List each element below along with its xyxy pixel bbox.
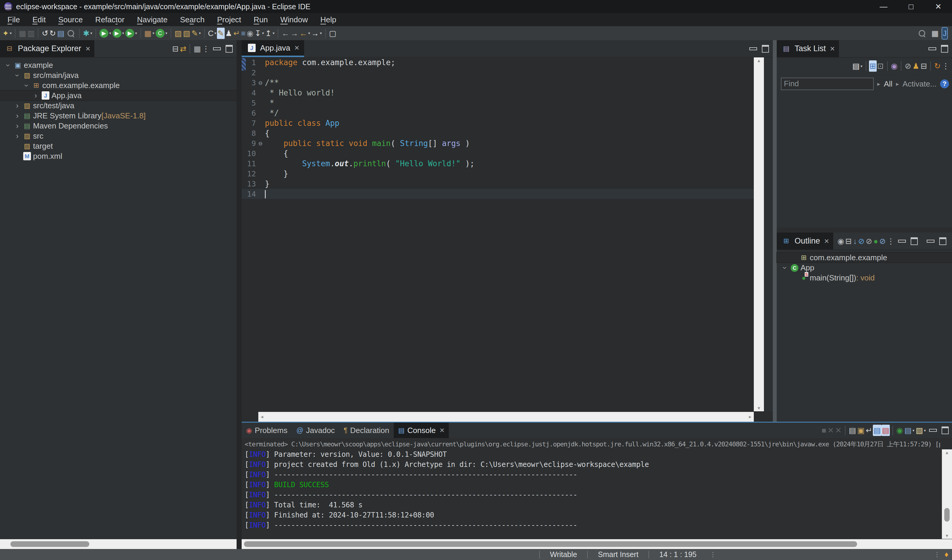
minimize-view-icon[interactable] xyxy=(213,47,221,50)
maximize-view-icon[interactable] xyxy=(226,45,233,52)
collapse-all-icon[interactable]: ⊟ xyxy=(845,236,853,247)
tree-item-src[interactable]: ›▨src xyxy=(0,131,236,141)
horizontal-scrollbar[interactable]: ◂ ▸ xyxy=(258,412,754,422)
pin-editor-icon[interactable]: ◉ xyxy=(246,28,254,39)
close-icon[interactable]: × xyxy=(830,44,835,54)
new-wizard-icon[interactable]: ✦▾ xyxy=(2,28,12,39)
run-button[interactable]: ▶▾ xyxy=(99,28,112,39)
code-line-5[interactable]: 5 * xyxy=(242,98,754,108)
scroll-down-icon[interactable]: ▾ xyxy=(758,405,760,411)
forward-button[interactable]: →▾ xyxy=(311,28,323,39)
next-annotation-icon[interactable]: ↧▾ xyxy=(254,28,264,39)
tab-outline[interactable]: ⊞ Outline × xyxy=(777,233,833,250)
format-icon[interactable]: ✎ xyxy=(217,28,225,39)
previous-annotation-icon[interactable]: ↥▾ xyxy=(264,28,275,39)
code-line-9[interactable]: 9⊖ public static void main( String[] arg… xyxy=(242,138,754,148)
code-line-11[interactable]: 11 System.out.println( "Hello World!" ); xyxy=(242,159,754,169)
back-dim-icon[interactable]: ← xyxy=(281,28,290,39)
view-menu-icon[interactable]: ⋮ xyxy=(941,60,950,72)
tree-item-maven-dependencies[interactable]: ›▤Maven Dependencies xyxy=(0,121,236,131)
code-line-14[interactable]: 14 xyxy=(242,189,754,199)
scroll-right-icon[interactable]: ▸ xyxy=(749,414,751,420)
sash-horizontal-right[interactable] xyxy=(777,227,952,233)
terminate-icon[interactable]: ■ xyxy=(821,425,827,436)
tree-item-app-java[interactable]: ›JApp.java xyxy=(0,90,236,100)
menu-refactor[interactable]: Refactor xyxy=(89,15,131,25)
collapse-expander-icon[interactable]: › xyxy=(780,263,789,272)
code-line-6[interactable]: 6 */ xyxy=(242,108,754,118)
menu-project[interactable]: Project xyxy=(211,15,247,25)
open-perspective-icon[interactable]: ▦ xyxy=(930,28,939,39)
forward-dim-icon[interactable]: → xyxy=(290,28,299,39)
menu-navigate[interactable]: Navigate xyxy=(131,15,174,25)
tab-problems[interactable]: ◉Problems xyxy=(242,423,292,438)
hide-nonpublic-icon[interactable]: ● xyxy=(873,236,879,247)
horizontal-scrollbar[interactable] xyxy=(242,539,952,549)
hide-fields-icon[interactable]: ⊘ xyxy=(857,236,865,247)
java-perspective-icon[interactable]: J xyxy=(942,28,947,39)
show-stdout-icon[interactable]: ▤ xyxy=(873,425,881,436)
view-menu-icon[interactable]: ⋮ xyxy=(887,236,895,247)
last-edit-location-icon[interactable]: ▢ xyxy=(329,28,337,39)
vertical-scrollbar[interactable]: ▴ ▾ xyxy=(942,449,952,539)
search-flashlight-icon[interactable]: ✎▾ xyxy=(191,28,201,39)
code-line-1[interactable]: 1package com.example.example; xyxy=(242,57,754,68)
remove-all-launches-icon[interactable]: ✕ xyxy=(835,425,842,436)
sort-icon[interactable]: ↓ xyxy=(852,236,857,247)
collapse-expander-icon[interactable]: › xyxy=(13,71,22,80)
tab-task-list[interactable]: ▤ Task List × xyxy=(777,40,839,57)
external-tools-icon[interactable]: ✱▾ xyxy=(82,28,93,39)
code-line-3[interactable]: 3⊖/** xyxy=(242,78,754,88)
tree-item-jre-system-library-[interactable]: ›▤JRE System Library [JavaSE-1.8] xyxy=(0,111,236,121)
minimize-view-icon[interactable] xyxy=(929,429,937,432)
tree-item-src-test-java[interactable]: ›▨src/test/java xyxy=(0,100,236,111)
hide-local-types-icon[interactable]: ⊘ xyxy=(879,236,887,247)
search-icon[interactable] xyxy=(916,28,927,39)
display-console-icon[interactable]: ▤▾ xyxy=(904,425,915,436)
code-line-13[interactable]: 13} xyxy=(242,179,754,189)
expand-expander-icon[interactable]: › xyxy=(13,131,22,141)
view-menu-icon[interactable]: ⋮ xyxy=(201,43,210,54)
coverage-button[interactable]: ▶▾ xyxy=(112,28,125,39)
code-line-2[interactable]: 2 xyxy=(242,68,754,78)
open-type-icon[interactable]: ▨ xyxy=(174,28,182,39)
code-editor[interactable]: 1package com.example.example;23⊖/**4 * H… xyxy=(242,57,754,411)
scroll-down-icon[interactable]: ▾ xyxy=(946,533,949,539)
focus-icon[interactable]: ◉ xyxy=(890,60,898,72)
redo-icon[interactable]: ↻ xyxy=(49,28,57,39)
clear-console-icon[interactable]: ▤ xyxy=(848,425,857,436)
collapse-all-icon[interactable]: ⊟ xyxy=(920,60,927,72)
close-icon[interactable]: × xyxy=(824,236,829,246)
tree-item-pom-xml[interactable]: Mpom.xml xyxy=(0,151,236,161)
tree-item-app[interactable]: ›CApp xyxy=(777,262,952,273)
profile-button[interactable]: ▶▾ xyxy=(125,28,138,39)
fold-collapse-icon[interactable]: ⊖ xyxy=(256,140,265,147)
scheduled-icon[interactable]: ⊡ xyxy=(877,60,884,72)
scroll-up-icon[interactable]: ▴ xyxy=(946,449,949,456)
menu-run[interactable]: Run xyxy=(247,15,274,25)
crumb-activate[interactable]: Activate... xyxy=(903,79,937,89)
expand-expander-icon[interactable]: › xyxy=(31,91,40,100)
tab-javadoc[interactable]: @Javadoc xyxy=(292,423,339,438)
help-icon[interactable]: ? xyxy=(940,79,949,88)
minimize-view-icon[interactable] xyxy=(929,47,936,50)
close-icon[interactable]: × xyxy=(85,44,90,54)
menu-edit[interactable]: Edit xyxy=(26,15,52,25)
console-output[interactable]: <terminated> C:\Users\meowr\scoop\apps\e… xyxy=(245,439,940,537)
scroll-left-icon[interactable]: ◂ xyxy=(261,414,263,420)
open-resource-icon[interactable]: ▧ xyxy=(182,28,191,39)
categorized-icon[interactable]: ⊞ xyxy=(869,60,877,72)
close-icon[interactable]: × xyxy=(294,43,299,52)
save-all-icon[interactable]: ▥ xyxy=(27,28,36,39)
sash-vertical-right[interactable] xyxy=(773,40,777,422)
expand-expander-icon[interactable]: › xyxy=(13,121,22,131)
hide-static-icon[interactable]: ⊘ xyxy=(865,236,873,247)
tab-declaration[interactable]: ¶Declaration xyxy=(339,423,394,438)
vertical-scrollbar[interactable]: ▴ ▾ xyxy=(754,57,764,411)
expand-expander-icon[interactable]: › xyxy=(13,111,22,120)
cursor-position-status[interactable]: 14 : 1 : 195 xyxy=(649,550,706,559)
tree-item-com-example-example[interactable]: ⊞com.example.example xyxy=(777,253,952,262)
minimize-view-icon[interactable] xyxy=(927,240,935,243)
back-button[interactable]: ←▾ xyxy=(299,28,311,39)
externalize-strings-icon[interactable]: C▾ xyxy=(207,28,217,39)
